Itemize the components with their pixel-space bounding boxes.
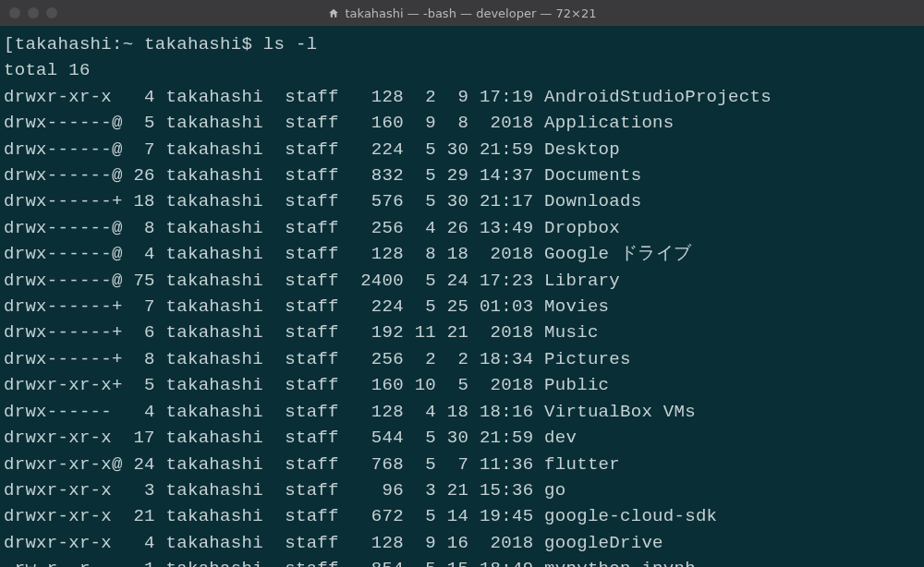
ls-row: drwxr-xr-x+ 5 takahashi staff 160 10 5 2… [4, 372, 920, 398]
terminal-output[interactable]: [takahashi:~ takahashi$ ls -l total 16 d… [0, 26, 924, 567]
window-title-text: takahashi — -bash — developer — 72×21 [346, 6, 597, 20]
ls-row: drwx------@ 5 takahashi staff 160 9 8 20… [4, 110, 920, 136]
ls-row: drwxr-xr-x 21 takahashi staff 672 5 14 1… [4, 503, 920, 529]
ls-listing: drwxr-xr-x 4 takahashi staff 128 2 9 17:… [4, 84, 920, 567]
ls-row: drwx------+ 7 takahashi staff 224 5 25 0… [4, 294, 920, 320]
prompt-host: [takahashi:~ takahashi$ [4, 34, 252, 54]
ls-row: drwx------+ 18 takahashi staff 576 5 30 … [4, 188, 920, 214]
ls-row: drwx------@ 26 takahashi staff 832 5 29 … [4, 163, 920, 188]
ls-row: drwx------+ 8 takahashi staff 256 2 2 18… [4, 346, 920, 372]
ls-row: drwxr-xr-x 4 takahashi staff 128 9 16 20… [4, 530, 920, 556]
prompt-line: [takahashi:~ takahashi$ ls -l [4, 31, 920, 57]
ls-row: -rw-r--r-- 1 takahashi staff 854 5 15 18… [4, 556, 920, 567]
ls-row: drwx------@ 8 takahashi staff 256 4 26 1… [4, 215, 920, 241]
ls-row: drwxr-xr-x 4 takahashi staff 128 2 9 17:… [4, 84, 920, 110]
minimize-button[interactable] [28, 7, 39, 18]
ls-row: drwx------@ 4 takahashi staff 128 8 18 2… [4, 241, 920, 267]
close-button[interactable] [9, 7, 20, 18]
ls-row: drwx------+ 6 takahashi staff 192 11 21 … [4, 320, 920, 345]
window-title: takahashi — -bash — developer — 72×21 [328, 6, 597, 20]
ls-row: drwxr-xr-x 3 takahashi staff 96 3 21 15:… [4, 477, 920, 503]
home-icon [328, 7, 340, 19]
titlebar: takahashi — -bash — developer — 72×21 [0, 0, 924, 26]
ls-row: drwx------@ 7 takahashi staff 224 5 30 2… [4, 137, 920, 163]
total-line: total 16 [4, 57, 920, 83]
ls-row: drwxr-xr-x 17 takahashi staff 544 5 30 2… [4, 425, 920, 451]
ls-row: drwx------@ 75 takahashi staff 2400 5 24… [4, 268, 920, 294]
window-controls [9, 7, 57, 18]
prompt-command: ls -l [263, 34, 318, 54]
ls-row: drwxr-xr-x@ 24 takahashi staff 768 5 7 1… [4, 452, 920, 477]
ls-row: drwx------ 4 takahashi staff 128 4 18 18… [4, 399, 920, 425]
maximize-button[interactable] [46, 7, 57, 18]
